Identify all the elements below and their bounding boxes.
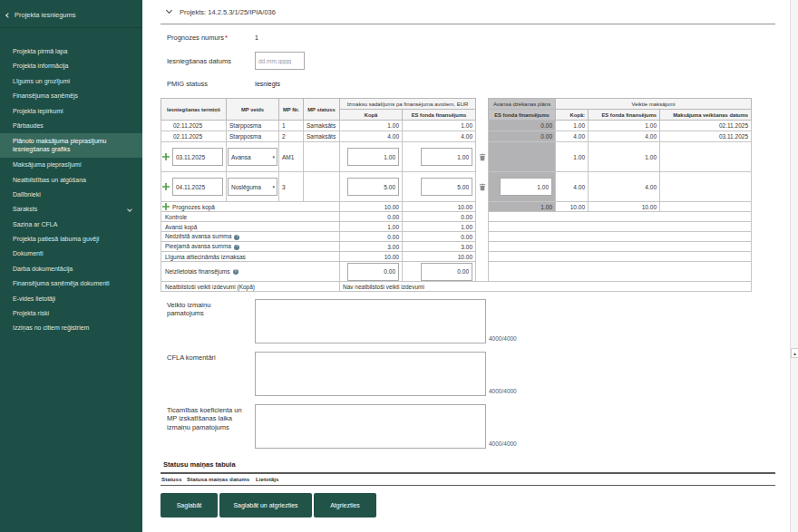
- kopa-input[interactable]: [347, 178, 399, 196]
- col-header-maksajuma-datums: Maksājuma veikšanas datums: [660, 110, 752, 121]
- status-change-table: Statusu maiņas tabula Statuss Statusa ma…: [161, 460, 775, 486]
- es-fonda-input[interactable]: [421, 148, 472, 166]
- avansa-dzesanas-input[interactable]: [500, 178, 552, 196]
- col-header-es-fonda: ES fonda finansējums: [403, 110, 476, 121]
- summary-row-neizlietotais-finansejums: Neizlietotais finansējums?: [161, 262, 752, 282]
- sidebar-item-parbaudes[interactable]: Pārbaudes: [0, 119, 142, 133]
- save-and-return-button[interactable]: Saglabāt un atgriezties: [219, 493, 312, 517]
- iesniegsanas-datums-row: Iesniegšanas datums: [167, 52, 775, 70]
- pmig-statuss-row: PMIG statuss Iesniegts: [167, 80, 775, 88]
- sidebar-item-patiesa-labuma-guveji[interactable]: Projekta patiesā labuma guvēji: [0, 232, 142, 247]
- cfla-komentari-row: CFLA komentāri 4000/4000: [167, 352, 775, 396]
- group-header-veiktie: Veiktie maksājumi: [556, 99, 752, 110]
- kopa-input[interactable]: [347, 148, 399, 166]
- sidebar-item-projekta-iepirkumi[interactable]: Projekta iepirkumi: [0, 104, 142, 119]
- sidebar-item-fs-dokumenti[interactable]: Finansējuma saņēmēja dokumenti: [0, 276, 142, 291]
- delete-row-icon[interactable]: [479, 153, 486, 161]
- char-counter: 4000/4000: [489, 335, 517, 342]
- collapse-chevron-icon[interactable]: [166, 7, 172, 14]
- neatbilstosi-value: Nav neatbilstoši veikti izdevumi: [340, 282, 752, 292]
- table-row: 02.11.2025 Starpposma 1 Samaksāts 1.00 1…: [161, 121, 752, 131]
- info-icon[interactable]: ?: [234, 245, 239, 250]
- back-to-project-application[interactable]: Projekta iesniegums: [0, 0, 142, 28]
- col-header-mp-nr: MP Nr.: [279, 99, 304, 121]
- table-row: 02.11.2025 Starpposma 2 Samaksāts 4.00 4…: [161, 131, 752, 142]
- summary-row-kontrole: Kontrole 0.00 0.00: [161, 212, 752, 222]
- info-icon[interactable]: ?: [234, 235, 239, 240]
- delete-row-icon[interactable]: [479, 183, 486, 191]
- veikto-izmainu-pamatojums-textarea[interactable]: [255, 299, 486, 343]
- chevron-down-icon: [127, 208, 132, 213]
- scrollbar[interactable]: ▲: [790, 0, 798, 532]
- save-button[interactable]: Saglabāt: [161, 493, 218, 517]
- add-row-icon[interactable]: [162, 153, 170, 160]
- project-header: Projekts: 14.2.5.3/1/25/IPIA/036: [161, 0, 775, 24]
- ticamibas-koeficienta-label: Ticamības koeficienta un MP izskatīšanas…: [167, 404, 255, 449]
- sidebar-nav: Projekta pirmā lapa Projekta informācija…: [0, 44, 142, 336]
- scroll-up-arrow-icon[interactable]: ▲: [791, 348, 798, 358]
- char-counter: 4000/4000: [489, 440, 517, 447]
- neizlietotais-es-input[interactable]: [421, 263, 472, 281]
- return-button[interactable]: Atgriezties: [314, 493, 376, 517]
- sidebar-item-darba-dokumentacija[interactable]: Darba dokumentācija: [0, 262, 142, 276]
- cfla-komentari-label: CFLA komentāri: [167, 352, 255, 396]
- pmig-statuss-label: PMIG statuss: [167, 80, 255, 88]
- textareas-section: Veikto izmaiņu pamatojums 4000/4000 CFLA…: [161, 299, 775, 449]
- summary-row-nedzesta-avansa-summa: Nedzēstā avansa summa? 0.00 0.00: [161, 232, 752, 242]
- sidebar-item-planoto-mp-iesniegsanas-grafiks[interactable]: Plānoto maksājuma pieprasījumu iesniegša…: [0, 133, 142, 158]
- back-label: Projekta iesniegums: [15, 11, 76, 19]
- prognozes-numurs-row: Prognozes numurs* 1: [167, 34, 775, 42]
- sidebar-item-finansejuma-sanemejs[interactable]: Finansējuma saņēmējs: [0, 89, 142, 103]
- termins-date-input[interactable]: [172, 148, 223, 166]
- summary-row-liguma-attiecinamas-izmaksas: Līguma attiecināmās izmaksas 10.00 10.00: [161, 252, 752, 262]
- table-row-editable: Noslēguma▾ 3 4.00 4.00: [161, 172, 752, 202]
- pmig-statuss-value: Iesniegts: [255, 81, 280, 87]
- add-row-icon[interactable]: [162, 183, 170, 190]
- sidebar-item-izzinas-no-citiem-registriem[interactable]: Izziņas no citiem reģistriem: [0, 321, 142, 335]
- sidebar-item-maksajuma-pieprasijumi[interactable]: Maksājuma pieprasījumi: [0, 158, 142, 172]
- ticamibas-koeficienta-row: Ticamības koeficienta un MP izskatīšanas…: [167, 404, 775, 449]
- sidebar-item-dokumenti[interactable]: Dokumenti: [0, 247, 142, 261]
- sidebar-item-projekta-pirma-lapa[interactable]: Projekta pirmā lapa: [0, 44, 142, 59]
- action-buttons: Saglabāt Saglabāt un atgriezties Atgriez…: [161, 493, 775, 517]
- cfla-komentari-textarea[interactable]: [255, 352, 486, 396]
- col-header-termins: Iesniegšanas termiņš: [161, 99, 227, 121]
- prognozes-numurs-value: 1: [255, 34, 258, 41]
- sidebar-item-projekta-riski[interactable]: Projekta riski: [0, 306, 142, 321]
- sidebar-item-dalibnieki[interactable]: Dalībnieki: [0, 188, 142, 202]
- project-title: Projekts: 14.2.5.3/1/25/IPIA/036: [180, 8, 276, 16]
- neizlietotais-kopa-input[interactable]: [347, 263, 399, 281]
- col-header-avansa-es-fonda: ES fonda finansējums: [489, 110, 556, 121]
- status-col-lietotajs: Lietotājs: [256, 476, 278, 482]
- chevron-down-icon: ▾: [272, 184, 275, 189]
- info-icon[interactable]: ?: [233, 269, 238, 275]
- status-col-statuss: Statuss: [161, 476, 187, 482]
- ticamibas-koeficienta-textarea[interactable]: [255, 404, 486, 449]
- sidebar: Projekta iesniegums Projekta pirmā lapa …: [0, 0, 142, 532]
- char-counter: 4000/4000: [489, 388, 517, 394]
- summary-row-neatbilstosi-izdevumi: Neatbilstoši veikti izdevumi (Kopā) Nav …: [161, 282, 752, 292]
- summary-row-prognozes-kopa: Prognozes kopā 10.00 10.00 1.00 10.00 10…: [161, 202, 752, 212]
- es-fonda-input[interactable]: [421, 178, 472, 196]
- sidebar-item-ligums-un-grozijumi[interactable]: Līgums un grozījumi: [0, 74, 142, 89]
- sidebar-item-saraksts[interactable]: Saraksts: [0, 202, 142, 217]
- mp-veids-select[interactable]: Avansa▾: [228, 148, 277, 166]
- sidebar-item-projekta-informacija[interactable]: Projekta informācija: [0, 59, 142, 73]
- add-row-icon[interactable]: [162, 203, 170, 210]
- mp-veids-select[interactable]: Noslēguma▾: [228, 178, 277, 196]
- summary-row-pieejama-avansa-summa: Pieejamā avansa summa? 3.00 3.00: [161, 242, 752, 252]
- veikto-izmainu-pamatojums-row: Veikto izmaiņu pamatojums 4000/4000: [167, 299, 775, 343]
- sidebar-item-e-vides-lietotaji[interactable]: E-vides lietotāji: [0, 292, 142, 306]
- status-col-datums: Statusa maiņas datums: [187, 476, 256, 482]
- mp-schedule-table: Iesniegšanas termiņš MP veids MP Nr. MP …: [161, 98, 752, 292]
- col-header-kopa: Kopā: [340, 110, 403, 121]
- required-asterisk: *: [225, 34, 228, 42]
- col-header-veiktie-kopa: Kopā:: [556, 110, 589, 121]
- sidebar-item-neatbilstibas-un-atgusana[interactable]: Neatbilstības un atgūšana: [0, 173, 142, 188]
- sidebar-item-sazina-ar-cfla[interactable]: Saziņa ar CFLA: [0, 218, 142, 232]
- group-header-avansa: Avansa dzēšanas plāns: [489, 99, 556, 110]
- prognozes-numurs-label: Prognozes numurs*: [167, 34, 255, 42]
- group-header-izmaksu: Izmaksu sadalījums pa finansējuma avotie…: [340, 99, 476, 110]
- termins-date-input[interactable]: [172, 178, 223, 196]
- iesniegsanas-datums-input[interactable]: [255, 52, 305, 70]
